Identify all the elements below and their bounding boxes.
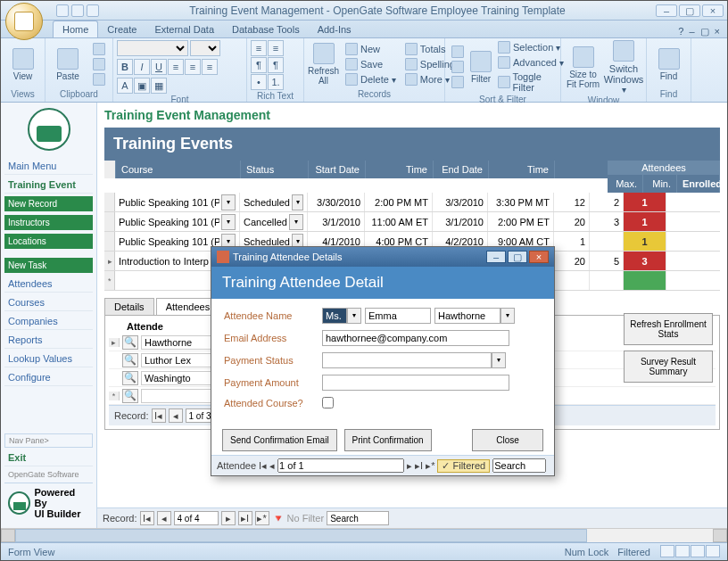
sidebar-training-event[interactable]: Training Event xyxy=(4,177,93,194)
main-last-button[interactable]: ▸I xyxy=(238,511,252,525)
paste-button[interactable]: Paste xyxy=(49,48,87,81)
dlg-prev-button[interactable]: ◂ xyxy=(269,460,275,472)
refresh-all-button[interactable]: Refresh All xyxy=(308,43,339,86)
horizontal-scrollbar[interactable] xyxy=(1,528,727,542)
selection-button[interactable]: Selection ▾ xyxy=(495,40,567,54)
align-center-button[interactable]: ≡ xyxy=(185,59,201,75)
email-field[interactable] xyxy=(322,330,509,346)
indent-decrease-button[interactable]: ≡ xyxy=(251,40,267,56)
sort-desc-button[interactable] xyxy=(449,60,467,74)
italic-button[interactable]: I xyxy=(134,59,150,75)
last-name-field[interactable] xyxy=(434,308,500,324)
new-record-button[interactable]: New xyxy=(343,42,399,56)
table-row[interactable]: Public Speaking 101 (PS1▾ Scheduled▾ 3/3… xyxy=(104,193,720,212)
find-icon[interactable]: 🔍 xyxy=(122,371,138,385)
dlg-new-button[interactable]: ▸* xyxy=(426,460,434,472)
copy-button[interactable] xyxy=(90,57,108,71)
design-view-icon[interactable] xyxy=(706,545,720,557)
ltr-button[interactable]: ¶ xyxy=(251,57,267,73)
main-first-button[interactable]: I◂ xyxy=(140,511,154,525)
dialog-close-button[interactable]: × xyxy=(529,251,549,263)
qat-save-icon[interactable] xyxy=(56,4,69,17)
status-dropdown-icon[interactable]: ▾ xyxy=(289,214,303,230)
status-dropdown-icon[interactable]: ▾ xyxy=(292,194,303,210)
sidebar-companies[interactable]: Companies xyxy=(4,313,93,330)
indent-increase-button[interactable]: ≡ xyxy=(268,40,284,56)
sidebar-instructors[interactable]: Instructors xyxy=(4,215,93,230)
font-color-button[interactable]: A xyxy=(117,78,133,94)
survey-result-button[interactable]: Survey Result Summary xyxy=(624,351,713,383)
find-button[interactable]: Find xyxy=(650,48,687,81)
close-button[interactable]: × xyxy=(702,4,724,17)
maximize-button[interactable]: ▢ xyxy=(679,4,700,17)
scroll-left-icon[interactable] xyxy=(1,529,15,542)
subtab-details[interactable]: Details xyxy=(104,298,154,315)
tab-database-tools[interactable]: Database Tools xyxy=(223,21,309,37)
sidebar-new-task[interactable]: New Task xyxy=(4,258,93,273)
help-icon[interactable]: ? xyxy=(678,26,683,37)
navpane-toggle[interactable]: Nav Pane> xyxy=(4,433,93,448)
send-confirmation-button[interactable]: Send Confirmation Email xyxy=(222,429,337,451)
payment-amount-field[interactable] xyxy=(322,375,509,391)
dlg-next-button[interactable]: ▸ xyxy=(407,460,412,472)
scroll-thumb[interactable] xyxy=(15,529,587,542)
fill-color-button[interactable]: ▣ xyxy=(134,78,150,94)
dialog-minimize-button[interactable]: – xyxy=(486,251,506,263)
sidebar-lookup[interactable]: Lookup Values xyxy=(4,351,93,367)
format-painter-button[interactable] xyxy=(90,72,108,87)
dlg-first-button[interactable]: I◂ xyxy=(259,460,267,472)
main-prev-button[interactable]: ◂ xyxy=(157,511,171,525)
sidebar-main-menu[interactable]: Main Menu xyxy=(4,158,93,175)
close-dialog-button[interactable]: Close xyxy=(472,429,543,451)
main-record-pos[interactable] xyxy=(174,511,219,525)
sidebar-courses[interactable]: Courses xyxy=(4,294,93,311)
sidebar-exit[interactable]: Exit xyxy=(4,450,93,466)
find-icon[interactable]: 🔍 xyxy=(122,389,138,403)
sidebar-locations[interactable]: Locations xyxy=(4,234,93,249)
table-row[interactable]: Public Speaking 101 (PS1▾ Cancelled▾ 3/1… xyxy=(104,212,720,232)
course-dropdown-icon[interactable]: ▾ xyxy=(221,194,236,210)
cut-button[interactable] xyxy=(90,42,108,56)
tab-add-ins[interactable]: Add-Ins xyxy=(309,21,360,37)
payment-status-dropdown-icon[interactable]: ▾ xyxy=(492,352,506,368)
doc-minimize-icon[interactable]: – xyxy=(689,26,694,37)
font-select[interactable] xyxy=(117,40,188,56)
font-size-select[interactable] xyxy=(190,40,220,56)
tab-external-data[interactable]: External Data xyxy=(145,21,223,37)
course-dropdown-icon[interactable]: ▾ xyxy=(221,214,236,230)
tab-create[interactable]: Create xyxy=(98,21,145,37)
delete-record-button[interactable]: Delete ▾ xyxy=(343,72,399,87)
qat-undo-icon[interactable] xyxy=(71,4,84,17)
scroll-right-icon[interactable] xyxy=(713,529,727,542)
gridlines-button[interactable]: ▦ xyxy=(151,78,167,94)
sub-first-button[interactable]: I◂ xyxy=(152,408,166,423)
doc-close-icon[interactable]: × xyxy=(715,26,720,37)
doc-restore-icon[interactable]: ▢ xyxy=(700,26,709,37)
switch-windows-button[interactable]: Switch Windows ▾ xyxy=(605,40,642,95)
underline-button[interactable]: U xyxy=(151,59,167,75)
numbering-button[interactable]: 1. xyxy=(268,74,284,90)
datasheet-view-icon[interactable] xyxy=(675,545,690,557)
save-record-button[interactable]: Save xyxy=(343,57,399,71)
sidebar-new-record[interactable]: New Record xyxy=(4,196,93,211)
first-name-field[interactable] xyxy=(365,308,431,324)
main-next-button[interactable]: ▸ xyxy=(221,511,236,525)
dlg-search-input[interactable] xyxy=(492,458,546,473)
toggle-filter-button[interactable]: Toggle Filter xyxy=(495,70,567,94)
dlg-last-button[interactable]: ▸I xyxy=(415,460,423,472)
prefix-dropdown-icon[interactable]: ▾ xyxy=(347,308,361,324)
find-icon[interactable]: 🔍 xyxy=(122,353,138,367)
view-button[interactable]: View xyxy=(4,48,41,81)
sidebar-attendees[interactable]: Attendees xyxy=(4,276,93,293)
align-left-button[interactable]: ≡ xyxy=(168,59,184,75)
refresh-enrollment-button[interactable]: Refresh Enrollment Stats xyxy=(624,313,713,345)
dlg-filtered-badge[interactable]: ✓ Filtered xyxy=(437,459,490,473)
payment-status-field[interactable] xyxy=(322,352,492,368)
tab-home[interactable]: Home xyxy=(53,21,98,37)
sidebar-configure[interactable]: Configure xyxy=(4,369,93,386)
size-to-fit-button[interactable]: Size to Fit Form xyxy=(565,46,601,89)
prefix-field[interactable] xyxy=(322,308,347,324)
main-search-input[interactable] xyxy=(327,511,389,525)
clear-sort-button[interactable] xyxy=(449,75,467,89)
find-icon[interactable]: 🔍 xyxy=(122,335,138,350)
